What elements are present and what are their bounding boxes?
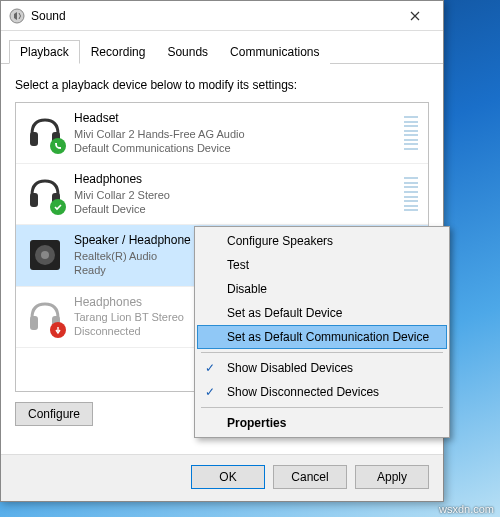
menu-disable[interactable]: Disable	[197, 277, 447, 301]
menu-show-disconnected-devices[interactable]: ✓ Show Disconnected Devices	[197, 380, 447, 404]
tab-communications[interactable]: Communications	[219, 40, 330, 64]
device-name: Headset	[74, 111, 398, 127]
menu-set-default-communication-device[interactable]: Set as Default Communication Device	[197, 325, 447, 349]
menu-item-label: Show Disconnected Devices	[227, 385, 379, 399]
watermark: wsxdn.com	[439, 503, 494, 515]
tab-recording[interactable]: Recording	[80, 40, 157, 64]
ok-button[interactable]: OK	[191, 465, 265, 489]
cancel-button[interactable]: Cancel	[273, 465, 347, 489]
menu-properties[interactable]: Properties	[197, 411, 447, 435]
device-row[interactable]: Headphones Mivi Collar 2 Stereo Default …	[16, 164, 428, 225]
device-name: Headphones	[74, 172, 398, 188]
context-menu[interactable]: Configure Speakers Test Disable Set as D…	[194, 226, 450, 438]
level-meter	[404, 116, 418, 150]
tab-playback[interactable]: Playback	[9, 40, 80, 64]
menu-test[interactable]: Test	[197, 253, 447, 277]
phone-badge-icon	[50, 138, 66, 154]
check-icon: ✓	[205, 385, 215, 399]
headset-icon	[26, 298, 64, 336]
device-text: Headset Mivi Collar 2 Hands-Free AG Audi…	[74, 111, 398, 155]
menu-separator	[201, 407, 443, 408]
close-button[interactable]	[395, 2, 435, 30]
device-status: Default Communications Device	[74, 141, 398, 155]
disconnected-badge-icon	[50, 322, 66, 338]
configure-button[interactable]: Configure	[15, 402, 93, 426]
device-row[interactable]: Headset Mivi Collar 2 Hands-Free AG Audi…	[16, 103, 428, 164]
menu-separator	[201, 352, 443, 353]
close-icon	[410, 11, 420, 21]
instruction-text: Select a playback device below to modify…	[15, 78, 429, 92]
svg-point-7	[41, 251, 49, 259]
svg-rect-1	[30, 132, 38, 146]
menu-set-default-device[interactable]: Set as Default Device	[197, 301, 447, 325]
headset-icon	[26, 175, 64, 213]
level-meter	[404, 177, 418, 211]
menu-configure-speakers[interactable]: Configure Speakers	[197, 229, 447, 253]
tab-strip: Playback Recording Sounds Communications	[1, 35, 443, 64]
menu-item-label: Show Disabled Devices	[227, 361, 353, 375]
device-status: Default Device	[74, 202, 398, 216]
device-text: Headphones Mivi Collar 2 Stereo Default …	[74, 172, 398, 216]
svg-rect-8	[30, 316, 38, 330]
window-title: Sound	[31, 9, 395, 23]
apply-button[interactable]: Apply	[355, 465, 429, 489]
menu-show-disabled-devices[interactable]: ✓ Show Disabled Devices	[197, 356, 447, 380]
titlebar: Sound	[1, 1, 443, 31]
headset-icon	[26, 114, 64, 152]
speaker-icon	[26, 236, 64, 274]
sound-icon	[9, 8, 25, 24]
svg-rect-3	[30, 193, 38, 207]
check-icon: ✓	[205, 361, 215, 375]
device-sub: Mivi Collar 2 Stereo	[74, 188, 398, 202]
device-sub: Mivi Collar 2 Hands-Free AG Audio	[74, 127, 398, 141]
tab-sounds[interactable]: Sounds	[156, 40, 219, 64]
dialog-button-row: OK Cancel Apply	[1, 454, 443, 501]
